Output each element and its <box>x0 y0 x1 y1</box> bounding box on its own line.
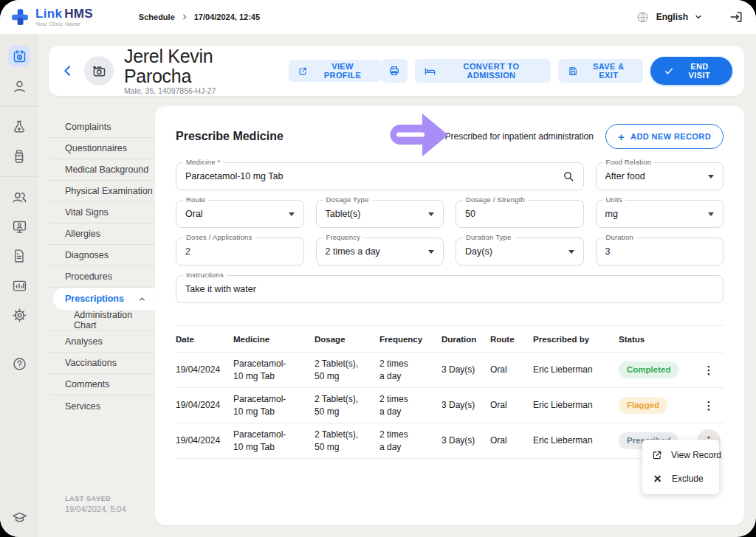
dosage-strength-input[interactable]: Dosage / Strength 50 <box>456 200 584 228</box>
cell-prescribed-by: Eric Lieberman <box>533 399 619 411</box>
sidebar-item-vaccinations[interactable]: Vaccinations <box>49 353 155 374</box>
breadcrumb: Schedule 17/04/2024, 12:45 <box>139 13 260 21</box>
table-header-row: Date Medicine Dosage Frequency Duration … <box>176 326 724 353</box>
col-duration: Duration <box>441 335 490 344</box>
inpatient-checkbox-group[interactable]: Prescribed for inpatient administration <box>427 131 594 142</box>
header-actions: CONVERT TO ADMISSION SAVE & EXIT END VIS… <box>382 57 732 85</box>
brand-name-primary: Link <box>35 7 62 21</box>
add-new-record-button[interactable]: + ADD NEW RECORD <box>605 124 724 149</box>
sidebar-item-procedures[interactable]: Procedures <box>49 266 155 288</box>
field-label: Doses / Applications <box>183 233 255 241</box>
rail-patients-icon[interactable] <box>8 77 30 96</box>
field-value: Day(s) <box>465 246 492 257</box>
rail-staff-icon[interactable] <box>8 187 30 207</box>
cell-dosage: 2 Tablet(s), 50 mg <box>315 393 379 417</box>
view-profile-label: VIEW PROFILE <box>313 62 371 80</box>
field-label: Food Relation <box>603 158 655 166</box>
row-menu-button[interactable]: ⋮ <box>697 358 721 382</box>
rail-workstation-icon[interactable] <box>8 217 30 236</box>
sidebar-item-services[interactable]: Services <box>49 395 155 417</box>
menu-item-exclude[interactable]: ✕ Exclude <box>642 467 719 491</box>
row-menu-button[interactable]: ⋮ <box>697 394 721 418</box>
sidebar-item-prescriptions[interactable]: Prescriptions <box>53 288 155 310</box>
sidebar-item-label: Administration Chart <box>74 310 155 330</box>
logout-icon <box>729 10 743 24</box>
sidebar-item-diagnoses[interactable]: Diagnoses <box>49 245 155 266</box>
rail-settings-icon[interactable] <box>8 305 30 325</box>
rail-statistics-icon[interactable] <box>8 276 30 295</box>
chevron-down-icon <box>708 175 714 179</box>
plus-icon: + <box>618 131 625 142</box>
brand-logo[interactable]: LinkHMS Your Clinic Name <box>10 7 93 27</box>
patient-meta: Male, 35, 14097856-HJ-27 <box>124 86 277 95</box>
sidebar-item-label: Prescriptions <box>65 294 124 304</box>
cell-date: 19/04/2024 <box>176 434 233 446</box>
col-dosage: Dosage <box>315 335 379 344</box>
prescribe-header: Prescribe Medicine Prescribed for inpati… <box>176 124 724 149</box>
sidebar-item-vital-signs[interactable]: Vital Signs <box>49 202 155 224</box>
menu-item-view-record[interactable]: View Record <box>642 443 719 467</box>
rail-schedule-icon[interactable] <box>8 46 30 66</box>
end-visit-button[interactable]: END VISIT <box>650 57 732 85</box>
units-select[interactable]: Units mg <box>596 200 724 228</box>
duration-type-select[interactable]: Duration Type Day(s) <box>456 238 584 266</box>
sidebar-item-physical-examination[interactable]: Physical Examination <box>49 181 155 202</box>
save-exit-button[interactable]: SAVE & EXIT <box>558 59 643 83</box>
sidebar-item-complaints[interactable]: Complaints <box>49 117 155 138</box>
save-icon <box>568 66 578 77</box>
rail-help-icon[interactable] <box>8 354 30 373</box>
rail-laboratory-icon[interactable] <box>8 117 30 136</box>
doses-applications-input[interactable]: Doses / Applications 2 <box>176 238 304 266</box>
route-select[interactable]: Route Oral <box>176 200 304 228</box>
view-profile-button[interactable]: VIEW PROFILE <box>289 60 381 82</box>
field-label: Dosage Type <box>323 195 372 204</box>
rail-pharmacy-icon[interactable] <box>8 147 30 166</box>
rail-learning-icon[interactable] <box>8 507 30 527</box>
sidebar-item-allergies[interactable]: Allergies <box>49 224 155 245</box>
frequency-select[interactable]: Frequency 2 times a day <box>316 238 444 266</box>
link-hms-logo-icon <box>10 7 30 27</box>
food-relation-select[interactable]: Food Relation After food <box>596 162 724 190</box>
field-label: Units <box>603 195 626 204</box>
globe-icon <box>636 11 649 24</box>
patient-avatar[interactable] <box>84 56 114 86</box>
patient-header-card: Jerel Kevin Parocha Male, 35, 14097856-H… <box>49 46 744 96</box>
sidebar-item-label: Physical Examination <box>65 186 153 196</box>
field-value: Oral <box>185 209 203 219</box>
table-row: 19/04/2024 Paracetamol-10 mg Tab 2 Table… <box>176 353 724 388</box>
cell-status: Flagged <box>619 397 695 415</box>
duration-input[interactable]: Duration 3 <box>596 238 724 266</box>
breadcrumb-schedule[interactable]: Schedule <box>139 13 175 21</box>
convert-label: CONVERT TO ADMISSION <box>441 62 541 80</box>
dosage-type-select[interactable]: Dosage Type Tablet(s) <box>316 200 444 228</box>
sidebar-item-analyses[interactable]: Analyses <box>49 331 155 353</box>
table-row: 19/04/2024 Paracetamol-10 mg Tab 2 Table… <box>176 423 724 459</box>
back-button[interactable] <box>58 60 78 81</box>
chevron-down-icon <box>568 250 574 254</box>
external-link-icon <box>652 450 662 460</box>
language-selector[interactable]: English <box>656 12 703 22</box>
sidebar-item-administration-chart[interactable]: Administration Chart <box>49 310 155 331</box>
print-button[interactable] <box>382 59 408 83</box>
search-icon[interactable] <box>563 170 574 182</box>
field-value: mg <box>605 209 618 219</box>
end-visit-label: END VISIT <box>680 62 719 80</box>
rail-reports-icon[interactable] <box>8 246 30 266</box>
cell-date: 19/04/2024 <box>176 399 233 411</box>
sidebar-item-label: Diagnoses <box>65 250 109 260</box>
inpatient-checkbox[interactable] <box>427 131 439 142</box>
prescriptions-table: Date Medicine Dosage Frequency Duration … <box>176 325 724 459</box>
sidebar-item-label: Medical Background <box>65 164 148 175</box>
convert-to-admission-button[interactable]: CONVERT TO ADMISSION <box>415 59 551 83</box>
topbar-right: English <box>636 10 743 24</box>
instructions-input[interactable]: Instructions Take it with water <box>176 275 724 303</box>
sidebar-item-questionnaires[interactable]: Questionnaires <box>49 138 155 159</box>
logout-button[interactable] <box>729 10 743 24</box>
sidebar-item-label: Procedures <box>65 271 112 282</box>
medicine-field[interactable]: Medicine * Paracetamol-10 mg Tab <box>176 162 584 190</box>
chevron-down-icon <box>428 250 434 254</box>
col-prescribed-by: Prescribed by <box>533 335 619 344</box>
sidebar-item-medical-background[interactable]: Medical Background <box>49 159 155 181</box>
sidebar-item-comments[interactable]: Comments <box>49 374 155 395</box>
rail-divider <box>0 176 38 177</box>
